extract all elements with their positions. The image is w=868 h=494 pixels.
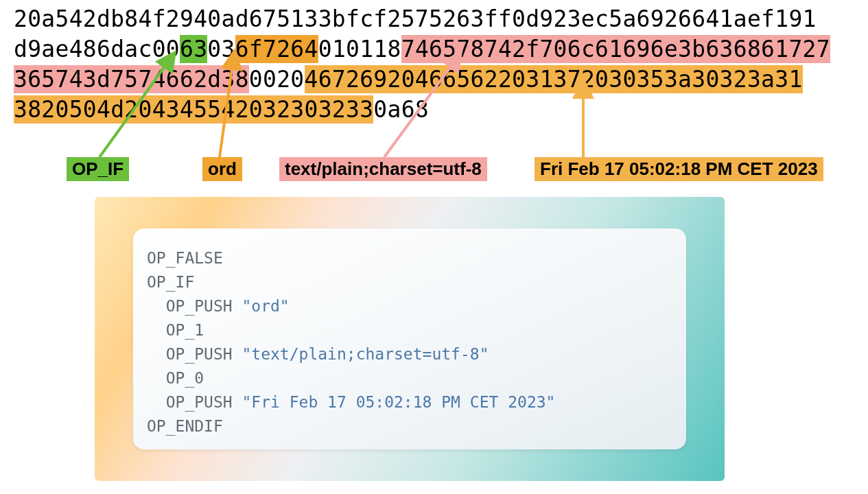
hex-date: 467269204665622031372030353a30323a31 bbox=[305, 65, 803, 93]
hex-segment: 0a68 bbox=[373, 95, 429, 124]
hex-segment: 20a542db84f2940ad675133bfcf2575263ff0d92… bbox=[14, 5, 817, 33]
script-op: OP_PUSH bbox=[166, 297, 242, 315]
script-line: OP_1 bbox=[147, 318, 672, 342]
script-op: OP_PUSH bbox=[166, 345, 242, 363]
code-card-backdrop: OP_FALSE OP_IF OP_PUSH "ord" OP_1 OP_PUS… bbox=[95, 197, 725, 481]
script-line: OP_IF bbox=[147, 270, 672, 294]
hex-segment: 0020 bbox=[249, 65, 305, 93]
script-line: OP_0 bbox=[147, 366, 672, 390]
hex-segment: d9ae486dac00 bbox=[14, 35, 180, 63]
script-line: OP_PUSH "Fri Feb 17 05:02:18 PM CET 2023… bbox=[147, 390, 672, 414]
script-line: OP_FALSE bbox=[147, 246, 672, 270]
script-str: "text/plain;charset=utf-8" bbox=[242, 345, 489, 363]
script-line: OP_PUSH "text/plain;charset=utf-8" bbox=[147, 342, 672, 366]
label-mime: text/plain;charset=utf-8 bbox=[279, 157, 487, 181]
hex-date: 3820504d204345542032303233 bbox=[14, 95, 373, 124]
label-ord: ord bbox=[202, 157, 242, 181]
hex-opif: 63 bbox=[180, 35, 207, 63]
script-line: OP_ENDIF bbox=[147, 414, 672, 438]
hex-dump: 20a542db84f2940ad675133bfcf2575263ff0d92… bbox=[14, 4, 861, 125]
script-op: OP_PUSH bbox=[166, 393, 242, 411]
hex-mime: 365743d7574662d38 bbox=[14, 65, 249, 93]
label-opif: OP_IF bbox=[67, 157, 129, 181]
script-line: OP_PUSH "ord" bbox=[147, 294, 672, 318]
hex-ord: 6f7264 bbox=[235, 35, 318, 63]
script-str: "ord" bbox=[242, 297, 289, 315]
hex-segment: 010118 bbox=[318, 35, 401, 63]
hex-segment: 03 bbox=[207, 35, 235, 63]
code-card: OP_FALSE OP_IF OP_PUSH "ord" OP_1 OP_PUS… bbox=[133, 228, 686, 449]
label-date: Fri Feb 17 05:02:18 PM CET 2023 bbox=[535, 157, 823, 181]
script-str: "Fri Feb 17 05:02:18 PM CET 2023" bbox=[242, 393, 555, 411]
hex-mime: 746578742f706c61696e3b636861727 bbox=[401, 35, 830, 63]
